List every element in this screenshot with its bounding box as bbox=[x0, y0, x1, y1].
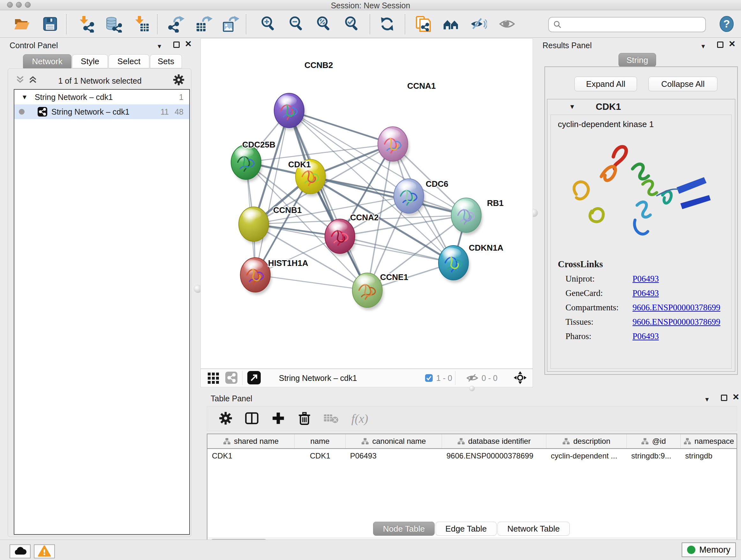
panel-float-icon[interactable]: ▾ bbox=[158, 42, 161, 51]
network-node-CDKN1A[interactable]: CDKN1A bbox=[439, 243, 503, 283]
network-edge-HIST1H1A-CCNE1[interactable] bbox=[255, 275, 367, 290]
collection-collapse-icon[interactable]: ▼ bbox=[21, 94, 28, 101]
panel-close-icon[interactable]: × bbox=[729, 40, 735, 47]
table-row[interactable]: CDK1CDK1P064939606.ENSP00000378699cyclin… bbox=[207, 449, 737, 463]
cloud-status-button[interactable] bbox=[10, 544, 30, 558]
panel-maximize-icon[interactable] bbox=[717, 42, 724, 48]
network-node-CCNB2[interactable]: CCNB2 bbox=[274, 60, 333, 130]
panel-close-icon[interactable]: × bbox=[185, 40, 192, 47]
zoom-out-button[interactable] bbox=[287, 15, 306, 34]
crosslink-link[interactable]: P06493 bbox=[632, 274, 659, 284]
network-node-HIST1H1A[interactable]: HIST1H1A bbox=[240, 258, 308, 295]
column-header--id[interactable]: @id bbox=[627, 434, 681, 448]
delete-column-button[interactable] bbox=[297, 410, 312, 427]
tab-style[interactable]: Style bbox=[72, 54, 108, 68]
table-cell[interactable]: CDK1 bbox=[207, 449, 294, 463]
import-table-button[interactable] bbox=[132, 15, 151, 34]
panel-float-icon[interactable]: ▾ bbox=[705, 395, 709, 403]
zoom-selected-button[interactable] bbox=[343, 15, 361, 34]
tab-network[interactable]: Network bbox=[23, 54, 71, 68]
table-cell[interactable]: cyclin-dependent ... bbox=[546, 449, 627, 463]
network-node-count: 11 bbox=[160, 107, 169, 117]
show-hidden-button[interactable] bbox=[498, 15, 516, 34]
show-columns-button[interactable] bbox=[244, 410, 259, 427]
export-table-button[interactable] bbox=[195, 15, 213, 34]
navigate-button[interactable] bbox=[514, 371, 527, 385]
crosslink-link[interactable]: 9606.ENSP00000378699 bbox=[632, 317, 720, 327]
clone-network-button[interactable] bbox=[414, 15, 432, 34]
search-input[interactable] bbox=[562, 20, 696, 29]
table-cell[interactable]: 9606.ENSP00000378699 bbox=[442, 449, 546, 463]
network-node-RB1[interactable]: RB1 bbox=[451, 198, 503, 235]
crosslink-label: Pharos: bbox=[565, 331, 632, 341]
collapse-all-button[interactable]: Collapse All bbox=[649, 77, 718, 91]
column-header-label: name bbox=[310, 437, 329, 446]
panel-maximize-icon[interactable] bbox=[173, 42, 180, 48]
network-node-CDC6[interactable]: CDC6 bbox=[394, 179, 448, 216]
detach-view-button[interactable] bbox=[247, 371, 261, 386]
entry-collapse-icon[interactable]: ▼ bbox=[569, 103, 576, 111]
import-network-from-database-button[interactable] bbox=[104, 15, 123, 34]
column-header-label: canonical name bbox=[372, 437, 426, 446]
memory-button[interactable]: Memory bbox=[682, 543, 736, 557]
crosslink-link[interactable]: P06493 bbox=[632, 331, 659, 341]
crosslink-row: Uniprot:P06493 bbox=[551, 274, 731, 284]
network-options-button[interactable] bbox=[173, 74, 185, 87]
create-column-button[interactable] bbox=[271, 410, 286, 427]
hide-show-button[interactable] bbox=[469, 15, 488, 34]
table-cell[interactable]: stringdb:9... bbox=[627, 449, 681, 463]
open-session-button[interactable] bbox=[13, 15, 31, 34]
export-network-button[interactable] bbox=[166, 15, 185, 34]
function-builder-button[interactable]: f(x) bbox=[351, 412, 368, 426]
network-node-CCNA1[interactable]: CCNA1 bbox=[378, 81, 436, 164]
tab-string[interactable]: String bbox=[618, 53, 656, 67]
first-neighbors-button[interactable] bbox=[442, 15, 460, 34]
hidden-eye-icon[interactable] bbox=[466, 373, 478, 383]
toolbar-search bbox=[548, 17, 706, 32]
network-node-CCNE1[interactable]: CCNE1 bbox=[352, 272, 408, 310]
splitter-grip[interactable] bbox=[469, 386, 475, 391]
gear-icon bbox=[219, 411, 232, 425]
refresh-button[interactable] bbox=[378, 15, 396, 34]
panel-maximize-icon[interactable] bbox=[721, 395, 727, 401]
save-session-button[interactable] bbox=[41, 15, 59, 34]
tab-sets[interactable]: Sets bbox=[150, 54, 182, 68]
network-collection-row[interactable]: ▼ String Network – cdk1 1 bbox=[14, 90, 189, 105]
panel-close-icon[interactable]: × bbox=[733, 393, 739, 400]
panel-float-icon[interactable]: ▾ bbox=[701, 42, 705, 51]
column-header-canonical-name[interactable]: canonical name bbox=[346, 434, 442, 448]
crosslink-link[interactable]: 9606.ENSP00000378699 bbox=[632, 303, 720, 313]
column-header-name[interactable]: name bbox=[294, 434, 346, 448]
zoom-in-button[interactable] bbox=[259, 15, 278, 34]
table-cell[interactable]: P06493 bbox=[346, 449, 442, 463]
tab-network-table[interactable]: Network Table bbox=[497, 522, 569, 536]
table-cell[interactable]: stringdb bbox=[681, 449, 737, 463]
column-header-database-identifier[interactable]: database identifier bbox=[442, 434, 546, 448]
tab-select[interactable]: Select bbox=[109, 54, 149, 68]
network-row[interactable]: String Network – cdk1 11 48 bbox=[14, 105, 189, 119]
column-header-shared-name[interactable]: shared name bbox=[207, 434, 294, 448]
gene-entry-body: cyclin-dependent kinase 1 bbox=[550, 115, 732, 369]
crosslink-link[interactable]: P06493 bbox=[632, 288, 659, 298]
expand-all-button[interactable]: Expand All bbox=[575, 77, 637, 91]
show-grid-view-button[interactable] bbox=[207, 371, 220, 385]
network-edge-CCNA2-CDKN1A[interactable] bbox=[340, 236, 454, 263]
help-button[interactable]: ? bbox=[718, 15, 736, 34]
gene-entry-header[interactable]: ▼ CDK1 bbox=[547, 99, 735, 114]
horizontal-splitter[interactable] bbox=[200, 388, 533, 392]
column-header-namespace[interactable]: namespace bbox=[681, 434, 737, 448]
tab-edge-table[interactable]: Edge Table bbox=[435, 522, 497, 536]
zoom-fit-button[interactable] bbox=[315, 15, 333, 34]
table-options-button[interactable] bbox=[219, 410, 232, 427]
tab-node-table[interactable]: Node Table bbox=[373, 522, 434, 536]
zoom-selected-icon bbox=[343, 15, 360, 33]
warnings-button[interactable] bbox=[34, 544, 55, 558]
export-image-button[interactable] bbox=[221, 15, 240, 34]
show-birds-eye-button[interactable] bbox=[225, 371, 238, 385]
selected-checkbox-icon[interactable] bbox=[425, 374, 433, 382]
import-network-button[interactable] bbox=[77, 15, 95, 34]
network-view-canvas[interactable]: CCNB2CCNA1CDC25BCDK1CDC6RB1CCNB1CCNA2CDK… bbox=[200, 38, 533, 369]
table-cell[interactable]: CDK1 bbox=[294, 449, 346, 463]
delete-table-button[interactable] bbox=[323, 410, 339, 427]
column-header-description[interactable]: description bbox=[546, 434, 627, 448]
